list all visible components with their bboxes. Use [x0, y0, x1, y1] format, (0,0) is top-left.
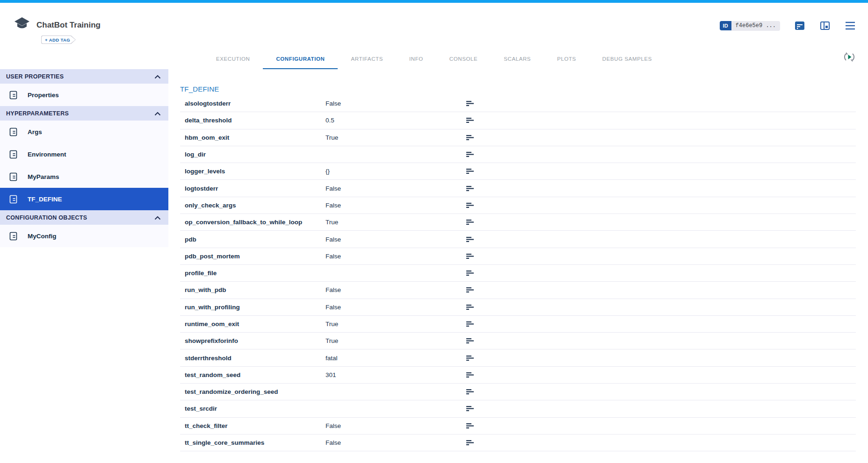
add-tag-label: + ADD TAG — [45, 37, 70, 43]
param-bars-icon[interactable] — [466, 168, 474, 174]
sidebar-item-label: MyParams — [28, 173, 59, 180]
param-name: op_conversion_fallback_to_while_loop — [185, 219, 326, 226]
param-row: delta_threshold 0.5 — [180, 112, 856, 129]
param-name: test_srcdir — [185, 405, 326, 412]
param-row: pdb_post_mortem False — [180, 248, 856, 265]
tab-console[interactable]: CONSOLE — [436, 56, 491, 69]
sidebar-item-label: Environment — [28, 151, 66, 158]
document-icon — [9, 150, 17, 159]
param-name: pdb — [185, 236, 326, 243]
id-badge: ID — [720, 21, 731, 30]
param-name: test_randomize_ordering_seed — [185, 388, 326, 395]
param-bars-icon[interactable] — [466, 304, 474, 310]
param-bars-icon[interactable] — [466, 406, 474, 412]
param-bars-icon[interactable] — [466, 185, 474, 192]
experiment-id-chip[interactable]: ID f4e6e5e9 ... — [720, 21, 780, 31]
tab-artifacts[interactable]: ARTIFACTS — [338, 56, 396, 69]
document-icon — [9, 195, 17, 204]
param-bars-icon[interactable] — [466, 270, 474, 276]
tab-configuration[interactable]: CONFIGURATION — [263, 56, 338, 69]
param-name: logtostderr — [185, 185, 326, 192]
tab-info[interactable]: INFO — [396, 56, 436, 69]
param-bars-icon[interactable] — [466, 219, 474, 225]
sidebar-section-user-properties[interactable]: USER PROPERTIES — [0, 69, 168, 84]
tab-execution[interactable]: EXECUTION — [203, 56, 263, 69]
document-icon — [9, 128, 17, 136]
header: ChatBot Training + ADD TAG ID f4e6e5e9 .… — [0, 3, 868, 45]
sidebar-item-myparams[interactable]: MyParams — [0, 165, 168, 188]
param-value: True — [326, 219, 466, 226]
param-value: True — [326, 134, 466, 141]
param-bars-icon[interactable] — [466, 372, 474, 378]
section-title: CONFIGURATION OBJECTS — [6, 214, 154, 221]
layout-view-icon[interactable] — [819, 20, 831, 31]
param-row: test_random_seed 301 — [180, 367, 856, 384]
document-icon — [9, 91, 17, 100]
param-name: delta_threshold — [185, 117, 326, 124]
param-bars-icon[interactable] — [466, 321, 474, 327]
sidebar-item-label: Args — [28, 128, 42, 135]
param-bars-icon[interactable] — [466, 440, 474, 446]
param-bars-icon[interactable] — [466, 287, 474, 293]
param-row: stderrthreshold fatal — [180, 349, 856, 366]
sidebar: USER PROPERTIES PropertiesHYPERPARAMETER… — [0, 69, 168, 463]
param-name: alsologtostderr — [185, 100, 326, 107]
tab-scalars[interactable]: SCALARS — [491, 56, 544, 69]
sidebar-item-myconfig[interactable]: MyConfig — [0, 225, 168, 247]
sidebar-item-args[interactable]: Args — [0, 121, 168, 143]
param-row: runtime_oom_exit True — [180, 316, 856, 333]
sidebar-section-hyperparameters[interactable]: HYPERPARAMETERS — [0, 106, 168, 121]
param-row: logtostderr False — [180, 180, 856, 197]
param-row: op_conversion_fallback_to_while_loop Tru… — [180, 214, 856, 231]
param-name: stderrthreshold — [185, 355, 326, 362]
param-row: hbm_oom_exit True — [180, 129, 856, 146]
param-value: False — [326, 422, 466, 429]
param-value: fatal — [326, 355, 466, 362]
param-name: run_with_pdb — [185, 286, 326, 293]
param-value: {} — [326, 168, 466, 175]
sidebar-item-label: TF_DEFINE — [28, 196, 62, 203]
param-bars-icon[interactable] — [466, 236, 474, 242]
param-name: test_random_seed — [185, 371, 326, 378]
chevron-up-icon — [154, 214, 161, 222]
param-value: False — [326, 185, 466, 192]
hamburger-menu-icon[interactable] — [845, 21, 856, 30]
param-bars-icon[interactable] — [466, 423, 474, 429]
section-title: USER PROPERTIES — [6, 73, 154, 80]
param-name: pdb_post_mortem — [185, 253, 326, 260]
param-name: showprefixforinfo — [185, 337, 326, 344]
document-icon — [9, 172, 17, 181]
experiment-logo-icon — [13, 16, 31, 33]
param-name: run_with_profiling — [185, 304, 326, 311]
param-row: tt_single_core_summaries False — [180, 435, 856, 451]
tab-bar: EXECUTIONCONFIGURATIONARTIFACTSINFOCONSO… — [0, 45, 868, 69]
param-row: only_check_args False — [180, 197, 856, 214]
param-bars-icon[interactable] — [466, 355, 474, 361]
param-name: profile_file — [185, 270, 326, 277]
param-row: test_randomize_ordering_seed — [180, 384, 856, 400]
param-bars-icon[interactable] — [466, 117, 474, 123]
sidebar-item-label: MyConfig — [28, 233, 57, 240]
param-table: alsologtostderr False delta_threshold 0.… — [180, 95, 856, 451]
auto-refresh-icon[interactable] — [843, 50, 856, 64]
param-bars-icon[interactable] — [466, 151, 474, 157]
param-bars-icon[interactable] — [466, 389, 474, 395]
sidebar-item-environment[interactable]: Environment — [0, 143, 168, 165]
param-value: True — [326, 337, 466, 344]
param-value: True — [326, 321, 466, 328]
param-name: tt_single_core_summaries — [185, 439, 326, 446]
param-row: pdb False — [180, 231, 856, 248]
param-bars-icon[interactable] — [466, 100, 474, 107]
param-row: test_srcdir — [180, 400, 856, 417]
param-bars-icon[interactable] — [466, 338, 474, 344]
param-bars-icon[interactable] — [466, 202, 474, 208]
param-bars-icon[interactable] — [466, 253, 474, 259]
tab-plots[interactable]: PLOTS — [544, 56, 589, 69]
sidebar-item-tf-define[interactable]: TF_DEFINE — [0, 188, 168, 210]
details-view-icon[interactable] — [794, 20, 805, 31]
sidebar-section-configuration-objects[interactable]: CONFIGURATION OBJECTS — [0, 210, 168, 225]
sidebar-item-properties[interactable]: Properties — [0, 84, 168, 106]
tab-debug-samples[interactable]: DEBUG SAMPLES — [589, 56, 665, 69]
param-bars-icon[interactable] — [466, 135, 474, 141]
param-row: alsologtostderr False — [180, 95, 856, 112]
